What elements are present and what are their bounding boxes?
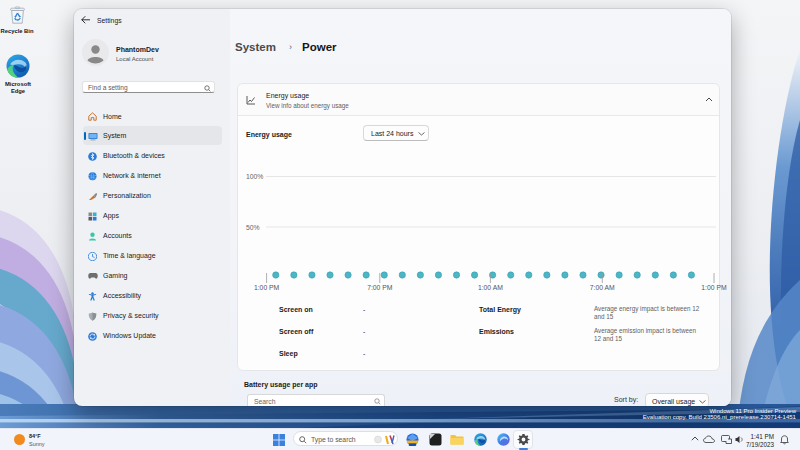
svg-text:1:00 AM: 1:00 AM xyxy=(478,284,503,291)
svg-text:7:00 PM: 7:00 PM xyxy=(367,284,393,291)
svg-text:1:00 PM: 1:00 PM xyxy=(254,284,280,291)
svg-text:1:00 PM: 1:00 PM xyxy=(701,284,727,291)
svg-text:50%: 50% xyxy=(246,224,260,231)
svg-text:7:00 AM: 7:00 AM xyxy=(590,284,615,291)
svg-text:100%: 100% xyxy=(246,173,263,180)
